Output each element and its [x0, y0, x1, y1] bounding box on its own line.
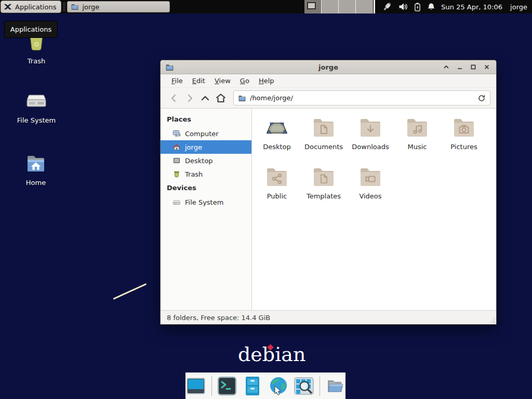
home-button[interactable] — [213, 90, 229, 106]
sidebar-item-label: Computer — [185, 130, 219, 138]
trash-small-icon: ♻ — [172, 170, 181, 178]
workspace-window-preview — [307, 2, 316, 9]
sidebar: Places Computer — [161, 109, 252, 310]
terminal-launcher[interactable] — [216, 375, 237, 397]
volume-icon[interactable] — [398, 3, 408, 11]
sidebar-item-jorge[interactable]: jorge — [161, 140, 251, 154]
sidebar-item-computer[interactable]: Computer — [161, 127, 251, 140]
file-label: Music — [408, 143, 427, 151]
up-button[interactable] — [197, 90, 213, 106]
sidebar-item-file-system[interactable]: File System — [161, 195, 251, 209]
web-browser-launcher[interactable] — [268, 375, 289, 397]
music-folder-icon — [405, 115, 430, 140]
menubar: File Edit View Go Help — [161, 74, 496, 88]
file-documents[interactable]: Documents — [300, 115, 347, 165]
sidebar-item-label: Desktop — [185, 157, 213, 165]
svg-text:♻: ♻ — [33, 41, 39, 48]
menu-go[interactable]: Go — [235, 75, 254, 86]
shade-button[interactable] — [442, 62, 451, 72]
sidebar-header-places: Places — [161, 112, 251, 127]
tooltip-text: Applications — [10, 25, 51, 33]
top-panel: Applications jorge — [0, 0, 532, 14]
file-templates[interactable]: Templates — [300, 165, 347, 214]
app-finder-launcher[interactable] — [294, 375, 315, 397]
workspace-pager — [304, 0, 373, 14]
dock-separator — [320, 376, 320, 396]
desktop-icon-home[interactable]: Home — [10, 151, 62, 187]
desktop: Applications jorge — [0, 0, 532, 399]
file-manager-launcher[interactable] — [242, 375, 263, 397]
close-button[interactable] — [482, 62, 491, 72]
folder-icon — [71, 3, 79, 11]
file-label: Downloads — [352, 143, 389, 151]
workspace-3[interactable] — [339, 0, 356, 14]
path-input[interactable] — [250, 94, 474, 102]
file-public[interactable]: Public — [254, 165, 300, 214]
home-icon — [172, 143, 181, 151]
clock[interactable]: Sun 25 Apr, 10:06 — [441, 3, 502, 11]
drive-small-icon — [172, 198, 181, 206]
templates-folder-icon — [311, 165, 336, 190]
videos-folder-icon — [358, 165, 383, 190]
taskbar-item-jorge[interactable]: jorge — [67, 1, 170, 12]
file-label: Pictures — [450, 143, 477, 151]
pathbar — [233, 90, 490, 105]
file-label: Public — [267, 192, 287, 200]
file-pictures[interactable]: Pictures — [441, 115, 487, 165]
sidebar-header-devices: Devices — [161, 181, 251, 195]
debian-logo: debian — [238, 343, 305, 366]
menu-help[interactable]: Help — [254, 75, 279, 86]
taskbar-item-label: jorge — [82, 3, 99, 11]
username-menu[interactable]: jorge — [510, 3, 527, 11]
applications-x-icon — [3, 2, 12, 11]
file-music[interactable]: Music — [394, 115, 441, 165]
minimize-button[interactable] — [455, 62, 464, 72]
toolbar — [161, 88, 496, 109]
maximize-button[interactable] — [469, 62, 478, 72]
desktop-settings-launcher[interactable] — [185, 375, 207, 397]
dock-panel — [185, 373, 345, 399]
file-downloads[interactable]: Downloads — [347, 115, 394, 165]
menu-view[interactable]: View — [210, 75, 235, 86]
workspace-1[interactable] — [304, 0, 322, 14]
resize-grip[interactable] — [489, 317, 495, 323]
file-label: Templates — [307, 192, 341, 200]
battery-icon[interactable] — [414, 3, 421, 11]
file-videos[interactable]: Videos — [347, 165, 394, 214]
desktop-icon-file-system[interactable]: File System — [10, 88, 62, 124]
panel-handle[interactable] — [63, 3, 65, 11]
workspace-2[interactable] — [322, 0, 339, 14]
peripheral-icon[interactable] — [382, 2, 392, 12]
directory-menu-launcher[interactable] — [325, 375, 346, 397]
sidebar-item-label: File System — [185, 198, 223, 206]
applications-tooltip: Applications — [4, 21, 58, 38]
drive-icon — [24, 88, 49, 113]
desktop-icon — [172, 156, 181, 165]
downloads-folder-icon — [358, 115, 383, 140]
menu-edit[interactable]: Edit — [188, 75, 210, 86]
workspace-4[interactable] — [356, 0, 373, 14]
sidebar-item-desktop[interactable]: Desktop — [161, 154, 251, 167]
pathbar-folder-icon — [238, 94, 246, 102]
reload-icon[interactable] — [477, 94, 486, 102]
sidebar-item-trash[interactable]: ♻ Trash — [161, 167, 251, 181]
computer-icon — [172, 129, 181, 138]
pictures-folder-icon — [451, 115, 476, 140]
file-grid: Desktop Documents — [252, 109, 496, 310]
stray-line-artifact — [113, 283, 147, 300]
back-button[interactable] — [166, 90, 182, 106]
terminal-icon — [217, 376, 237, 396]
bell-icon[interactable] — [427, 3, 435, 11]
window-titlebar[interactable]: jorge — [161, 60, 496, 74]
panel-separator — [374, 0, 375, 14]
applications-menu-button[interactable]: Applications — [1, 1, 61, 13]
forward-button[interactable] — [182, 90, 197, 106]
file-desktop[interactable]: Desktop — [254, 115, 300, 165]
file-manager-window: jorge File Edit View Go Help — [160, 60, 497, 325]
file-label: Videos — [359, 192, 381, 200]
statusbar: 8 folders, Free space: 14.4 GiB — [161, 310, 496, 324]
public-folder-icon — [264, 165, 289, 190]
menu-file[interactable]: File — [167, 75, 188, 86]
desktop-icon-label: Home — [10, 179, 62, 187]
desktop-special-icon — [264, 115, 289, 140]
